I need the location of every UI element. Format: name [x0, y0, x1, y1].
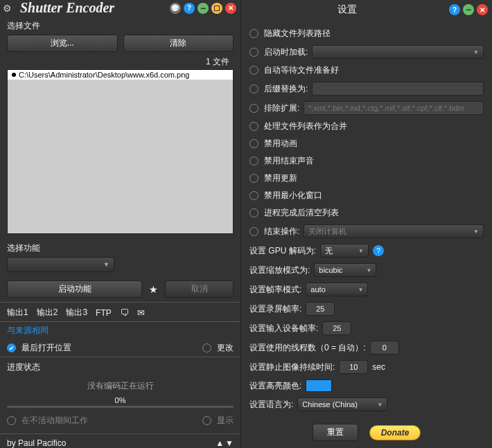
clear-button[interactable]: 清除 [123, 35, 234, 52]
end-action-checkbox[interactable] [249, 227, 258, 236]
close-icon[interactable]: ✕ [225, 3, 236, 14]
globe-icon[interactable]: 🌐︎ [170, 3, 181, 14]
tab-ftp[interactable]: FTP [96, 308, 112, 318]
display-checkbox[interactable] [202, 416, 211, 425]
select-files-label: 选择文件 [7, 20, 234, 32]
output-tabs: 输出1 输出2 输出3 FTP 🗨 ✉ [0, 302, 240, 322]
footer: by Paul Pacifico ▲ ▼ [0, 433, 240, 448]
author-label: by Paul Pacifico [7, 438, 66, 448]
select-function-label: 选择功能 [7, 242, 234, 254]
progress-percent: 0% [7, 396, 234, 404]
idle-label: 在不活动期间工作 [21, 415, 88, 427]
main-panel: ⚙ Shutter Encoder 🌐︎ ? − ✕ 选择文件 浏览... 清除… [0, 0, 241, 448]
disable-update-checkbox[interactable] [249, 174, 258, 183]
mail-icon[interactable]: ✉ [137, 307, 145, 318]
last-position-checkbox[interactable] [7, 343, 16, 352]
load-start-select[interactable]: ▼ [312, 45, 484, 59]
disable-anim-checkbox[interactable] [249, 139, 258, 148]
tab-output3[interactable]: 输出3 [66, 307, 87, 319]
file-list[interactable]: C:\Users\Administrator\Desktop\www.x6d.c… [7, 69, 234, 234]
progress-status-text: 没有编码正在运行 [7, 376, 234, 396]
help-icon[interactable]: ? [373, 245, 384, 256]
auto-wait-checkbox[interactable] [249, 66, 258, 75]
function-dropdown[interactable]: ▼ [7, 257, 114, 272]
suffix-input[interactable] [312, 82, 484, 96]
settings-title: 设置 [245, 3, 449, 16]
language-select[interactable]: Chinese (China)▼ [297, 397, 387, 411]
file-item[interactable]: C:\Users\Administrator\Desktop\www.x6d.c… [8, 70, 233, 80]
browse-button[interactable]: 浏览... [7, 35, 118, 52]
hide-path-checkbox[interactable] [249, 29, 258, 38]
scale-select[interactable]: bicubic▼ [314, 263, 376, 277]
title-bar: ⚙ Shutter Encoder 🌐︎ ? − ✕ [0, 0, 240, 16]
settings-panel: 设置 ? − ✕ 隐藏文件列表路径 启动时加载:▼ 自动等待文件准备好 后缀替换… [241, 0, 492, 448]
still-duration-input[interactable] [339, 360, 368, 374]
chevron-down-icon: ▼ [103, 261, 109, 268]
close-icon[interactable]: ✕ [477, 4, 488, 15]
tab-output1[interactable]: 输出1 [7, 307, 28, 319]
same-as-source-link[interactable]: 与来源相同 [0, 322, 240, 339]
disable-min-checkbox[interactable] [249, 191, 258, 200]
record-fps-input[interactable] [306, 302, 335, 316]
suffix-checkbox[interactable] [249, 84, 258, 93]
minimize-icon[interactable]: − [463, 4, 474, 15]
scroll-up-icon[interactable]: ▲ [216, 438, 224, 448]
end-action-select[interactable]: 关闭计算机▼ [304, 224, 484, 238]
subtitle-icon[interactable]: 🗨 [120, 307, 129, 318]
settings-gear-icon[interactable]: ⚙ [3, 3, 12, 14]
load-start-checkbox[interactable] [249, 48, 258, 57]
merge-checkbox[interactable] [249, 122, 258, 131]
gpu-select[interactable]: 无▼ [320, 244, 369, 258]
function-section: 选择功能 ▼ [0, 238, 240, 276]
favorite-star-icon[interactable]: ★ [146, 284, 161, 295]
settings-title-bar: 设置 ? − ✕ [241, 0, 492, 19]
exclude-checkbox[interactable] [249, 104, 258, 113]
donate-button[interactable]: Donate [369, 425, 421, 440]
progress-bar [7, 406, 234, 408]
app-title: Shutter Encoder [15, 0, 170, 16]
help-icon[interactable]: ? [184, 3, 195, 14]
input-fps-input[interactable] [322, 321, 351, 335]
display-label: 显示 [217, 415, 234, 427]
file-section: 选择文件 浏览... 清除 1 文件 C:\Users\Administrato… [0, 16, 240, 238]
last-position-label: 最后打开位置 [21, 342, 71, 354]
help-icon[interactable]: ? [449, 4, 460, 15]
scroll-down-icon[interactable]: ▼ [225, 438, 234, 448]
idle-checkbox[interactable] [7, 416, 16, 425]
change-checkbox[interactable] [202, 343, 211, 352]
fps-mode-select[interactable]: auto▼ [306, 283, 368, 296]
settings-body: 隐藏文件列表路径 启动时加载:▼ 自动等待文件准备好 后缀替换为: 排除扩展: … [241, 19, 492, 417]
tab-output2[interactable]: 输出2 [37, 307, 58, 319]
threads-input[interactable] [370, 341, 399, 355]
progress-label: 进度状态 [7, 361, 234, 373]
clear-after-checkbox[interactable] [249, 208, 258, 217]
disable-sound-checkbox[interactable] [249, 156, 258, 165]
highlight-color-swatch[interactable] [306, 379, 332, 392]
start-button[interactable]: 启动功能 [7, 280, 142, 298]
exclude-input[interactable] [304, 101, 484, 115]
minimize-icon[interactable]: − [197, 3, 209, 14]
cancel-button[interactable]: 取消 [165, 280, 234, 298]
file-count: 1 文件 [7, 55, 234, 69]
reset-button[interactable]: 重置 [313, 424, 358, 441]
progress-section: 进度状态 没有编码正在运行 0% 在不活动期间工作 显示 [0, 357, 240, 433]
settings-footer: 重置 Donate [241, 417, 492, 448]
maximize-icon[interactable] [211, 3, 222, 14]
change-label: 更改 [217, 342, 234, 354]
